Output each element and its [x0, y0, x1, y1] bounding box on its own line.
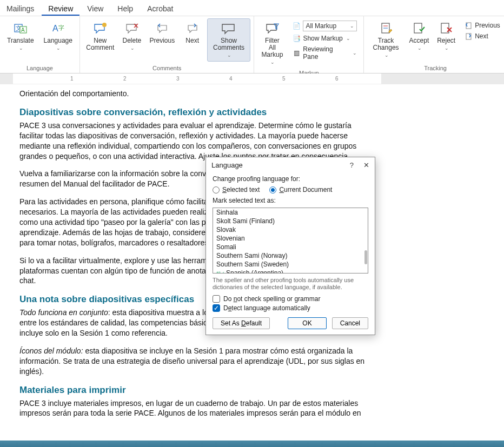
- new-comment-button[interactable]: NewComment: [83, 18, 117, 54]
- doc-text: PACE 3 usa conversaciones y actividades …: [19, 121, 372, 162]
- show-markup-button[interactable]: 📑 Show Markup⌄: [289, 34, 360, 43]
- list-item[interactable]: ᴬᴮ✓Spanish (Argentina): [213, 269, 368, 273]
- dialog-titlebar: Language ? ✕: [206, 157, 375, 173]
- new-comment-icon: [93, 21, 107, 36]
- menu-help[interactable]: Help: [111, 2, 140, 16]
- track-changes-button[interactable]: TrackChanges ⌄: [367, 18, 404, 62]
- mark-as-label: Mark selected text as:: [213, 197, 368, 204]
- new-comment-label: NewComment: [86, 37, 114, 51]
- previous-comment-label: Previous: [150, 37, 175, 44]
- spellcheck-available-icon: ᴬᴮ✓: [216, 271, 225, 273]
- list-item[interactable]: Slovak: [213, 225, 368, 234]
- group-comments: NewComment Delete⌄ Previous Next ShowCom…: [80, 16, 254, 73]
- dialog-note: The speller and other proofing tools aut…: [213, 277, 368, 291]
- radio-current-document[interactable]: Current Document: [269, 186, 332, 194]
- svg-rect-12: [414, 23, 422, 33]
- tracking-next-button[interactable]: Next: [461, 31, 503, 41]
- show-comments-label: ShowComments ⌄: [211, 37, 247, 59]
- menu-review[interactable]: Review: [42, 2, 79, 16]
- track-changes-label: TrackChanges ⌄: [371, 37, 400, 59]
- delete-comment-icon: [125, 21, 139, 36]
- tracking-previous-button[interactable]: Previous: [461, 21, 503, 30]
- language-listbox[interactable]: Sinhala Skolt Sami (Finland) Slovak Slov…: [213, 208, 368, 273]
- doc-text: PACE 3 incluye materiales impresos, en l…: [19, 398, 372, 419]
- show-markup-icon: 📑: [292, 35, 301, 42]
- menu-mailings[interactable]: Mailings: [0, 2, 41, 16]
- list-item[interactable]: Southern Sami (Norway): [213, 251, 368, 260]
- filter-icon: [265, 21, 279, 36]
- checkbox-detect-auto[interactable]: ✓Detect language automatically: [213, 304, 368, 312]
- next-comment-button[interactable]: Next: [180, 18, 205, 47]
- track-changes-icon: [379, 21, 393, 36]
- all-markup-dropdown[interactable]: 📄 All Markup⌄: [289, 19, 360, 32]
- reject-label: Reject⌄: [437, 37, 455, 52]
- previous-comment-icon: [155, 21, 169, 36]
- reviewing-pane-icon: ▥: [292, 49, 301, 57]
- delete-comment-label: Delete⌄: [122, 37, 141, 52]
- ruler[interactable]: 1 2 3 4 5 6: [0, 74, 504, 84]
- list-item[interactable]: Southern Sami (Sweden): [213, 260, 368, 269]
- show-comments-icon: [221, 21, 237, 36]
- reject-button[interactable]: Reject⌄: [434, 18, 459, 55]
- menu-bar: Mailings Review View Help Acrobat: [0, 0, 504, 16]
- reviewing-pane-button[interactable]: ▥ Reviewing Pane⌄: [289, 44, 360, 62]
- translate-icon: 文A: [14, 21, 28, 36]
- markup-dd-icon: 📄: [292, 22, 301, 30]
- group-markup: Filter AllMarkup ⌄ 📄 All Markup⌄ 📑 Show …: [254, 16, 364, 73]
- translate-label: Translate⌄: [7, 37, 34, 52]
- filter-markup-button[interactable]: Filter AllMarkup ⌄: [257, 18, 287, 69]
- group-label-tracking: Tracking: [367, 64, 503, 73]
- next-comment-label: Next: [185, 37, 199, 44]
- group-tracking: TrackChanges ⌄ Accept⌄ Reject⌄ Previous …: [364, 16, 504, 73]
- reject-icon: [439, 21, 453, 36]
- dialog-title: Language: [211, 161, 243, 169]
- next-icon: [464, 32, 473, 40]
- show-comments-button[interactable]: ShowComments ⌄: [207, 18, 251, 62]
- accept-icon: [412, 21, 426, 36]
- language-button[interactable]: A字 Language⌄: [40, 18, 76, 55]
- next-comment-icon: [185, 21, 200, 36]
- translate-button[interactable]: 文A Translate⌄: [3, 18, 38, 55]
- change-for-label: Change proofing language for:: [213, 175, 368, 183]
- svg-text:字: 字: [58, 24, 64, 31]
- list-item[interactable]: Sinhala: [213, 208, 368, 217]
- svg-text:A: A: [21, 27, 25, 33]
- accept-button[interactable]: Accept⌄: [407, 18, 432, 55]
- dialog-close-button[interactable]: ✕: [363, 161, 369, 169]
- group-label-comments: Comments: [83, 64, 250, 73]
- svg-point-6: [102, 23, 107, 27]
- heading-conversacion: Diapositivas sobre conversación, reflexi…: [19, 106, 372, 119]
- heading-materiales: Materiales para imprimir: [19, 384, 372, 397]
- delete-comment-button[interactable]: Delete⌄: [120, 18, 144, 55]
- accept-label: Accept⌄: [409, 37, 429, 52]
- language-label: Language⌄: [44, 37, 72, 52]
- doc-text: Orientación del comportamiento.: [19, 89, 372, 99]
- radio-selected-text[interactable]: Selected text: [213, 186, 260, 194]
- menu-acrobat[interactable]: Acrobat: [141, 2, 180, 16]
- language-dialog: Language ? ✕ Change proofing language fo…: [205, 157, 375, 335]
- group-label-language: Language: [3, 64, 76, 73]
- menu-view[interactable]: View: [81, 2, 110, 16]
- previous-icon: [464, 22, 473, 29]
- dialog-help-button[interactable]: ?: [350, 161, 354, 169]
- set-default-button[interactable]: Set As Default: [213, 317, 270, 329]
- doc-text: Íconos del módulo: esta diapositiva se i…: [19, 346, 372, 377]
- previous-comment-button[interactable]: Previous: [147, 18, 178, 47]
- ribbon: 文A Translate⌄ A字 Language⌄ Language NewC…: [0, 16, 504, 74]
- list-item[interactable]: Skolt Sami (Finland): [213, 217, 368, 225]
- svg-text:A: A: [52, 24, 58, 33]
- group-language: 文A Translate⌄ A字 Language⌄ Language: [0, 16, 80, 73]
- language-icon: A字: [51, 21, 65, 36]
- list-item[interactable]: Somali: [213, 243, 368, 251]
- status-bar: [0, 441, 504, 447]
- list-item[interactable]: Slovenian: [213, 234, 368, 243]
- cancel-button[interactable]: Cancel: [332, 317, 368, 329]
- checkbox-no-check[interactable]: Do not check spelling or grammar: [213, 295, 368, 303]
- listbox-scrollbar[interactable]: [364, 250, 367, 264]
- filter-markup-label: Filter AllMarkup ⌄: [261, 37, 283, 66]
- ok-button[interactable]: OK: [288, 317, 326, 329]
